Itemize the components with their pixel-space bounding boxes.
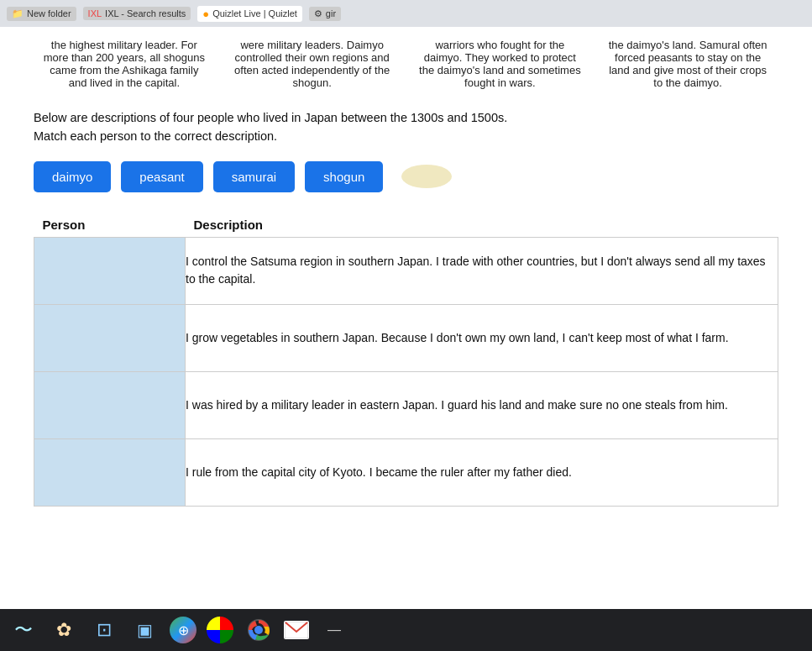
info-columns: the highest military leader. For more th… [34, 35, 778, 92]
btn-peasant[interactable]: peasant [121, 161, 202, 192]
browser-tab-folder[interactable]: 📁 New folder [7, 7, 76, 21]
description-cell-0: I control the Satsuma region in southern… [186, 237, 778, 304]
browser-tab-ixl[interactable]: IXL IXL - Search results [83, 7, 191, 20]
taskbar-wave-icon[interactable]: 〜 [8, 615, 39, 645]
btn-samurai[interactable]: samurai [213, 161, 295, 192]
taskbar-chrome-icon[interactable] [244, 615, 274, 645]
browser-bar: 📁 New folder IXL IXL - Search results ● … [0, 0, 812, 27]
oval-decoration [401, 165, 452, 188]
taskbar-globe-icon[interactable]: ⊕ [170, 617, 196, 643]
taskbar-mail-icon[interactable] [284, 621, 309, 639]
info-col-3: the daimyo's land. Samural often forced … [597, 35, 778, 92]
info-col-1: were military leaders. Daimyo controlled… [222, 35, 403, 92]
table-row: I grow vegetables in southern Japan. Bec… [34, 304, 778, 371]
taskbar-circle-icon[interactable] [207, 617, 233, 643]
gir-icon: ⚙ [314, 8, 322, 19]
table-row: I rule from the capital city of Kyoto. I… [34, 438, 778, 506]
person-cell-2[interactable] [34, 371, 186, 438]
taskbar-settings-icon[interactable]: ✿ [49, 615, 79, 645]
col-person-header: Person [34, 213, 186, 238]
info-col-2: warriors who fought for the daimyo. They… [410, 35, 591, 92]
main-content: the highest military leader. For more th… [0, 27, 812, 515]
quizlet-icon: ● [202, 8, 209, 20]
person-cell-3[interactable] [34, 438, 186, 506]
instruction-text: Below are descriptions of four people wh… [34, 109, 778, 146]
description-cell-1: I grow vegetables in southern Japan. Bec… [186, 304, 778, 371]
person-cell-1[interactable] [34, 304, 186, 371]
svg-point-1 [254, 626, 263, 634]
col-description-header: Description [186, 213, 778, 238]
description-cell-2: I was hired by a military leader in east… [186, 371, 778, 438]
table-row: I was hired by a military leader in east… [34, 371, 778, 438]
taskbar-minimize-icon[interactable]: — [319, 615, 349, 645]
folder-icon: 📁 [12, 8, 24, 19]
table-row: I control the Satsuma region in southern… [34, 237, 778, 304]
description-cell-3: I rule from the capital city of Kyoto. I… [186, 438, 778, 506]
browser-tab-gir[interactable]: ⚙ gir [309, 7, 341, 21]
btn-shogun[interactable]: shogun [305, 161, 383, 192]
taskbar: 〜 ✿ ⊡ ▣ ⊕ — [0, 609, 812, 651]
answer-buttons-row: daimyo peasant samurai shogun [34, 161, 778, 192]
info-col-0: the highest military leader. For more th… [34, 35, 215, 92]
taskbar-files-icon[interactable]: ⊡ [89, 615, 119, 645]
ixl-icon: IXL [88, 8, 102, 18]
btn-daimyo[interactable]: daimyo [34, 161, 111, 192]
taskbar-monitor-icon[interactable]: ▣ [129, 615, 160, 645]
person-cell-0[interactable] [34, 237, 186, 304]
browser-tab-quizlet[interactable]: ● Quizlet Live | Quizlet [197, 6, 302, 22]
match-table: Person Description I control the Satsuma… [34, 213, 778, 507]
